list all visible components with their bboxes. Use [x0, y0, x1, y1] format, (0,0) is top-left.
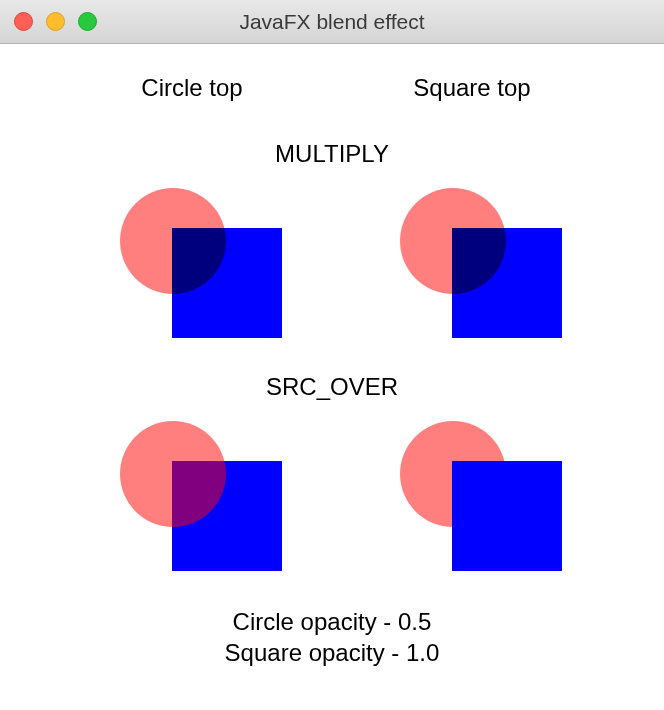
- circle-shape: [120, 188, 226, 294]
- circle-shape: [120, 421, 226, 527]
- row-srcover: [102, 421, 562, 576]
- cell-multiply-circle-top: [102, 188, 282, 343]
- content-area: Circle top Square top MULTIPLY SRC_OVER …: [0, 44, 664, 668]
- footer-line-1: Circle opacity - 0.5: [225, 606, 440, 637]
- minimize-icon[interactable]: [46, 12, 65, 31]
- cell-srcover-circle-top: [102, 421, 282, 576]
- footer-line-2: Square opacity - 1.0: [225, 637, 440, 668]
- cell-srcover-square-top: [382, 421, 562, 576]
- traffic-lights: [14, 12, 97, 31]
- section-label-multiply: MULTIPLY: [275, 140, 389, 168]
- window-title: JavaFX blend effect: [0, 10, 664, 34]
- column-header-right: Square top: [382, 74, 562, 102]
- window-titlebar: JavaFX blend effect: [0, 0, 664, 44]
- column-header-left: Circle top: [102, 74, 282, 102]
- footer-text: Circle opacity - 0.5 Square opacity - 1.…: [225, 606, 440, 668]
- square-shape: [452, 228, 562, 338]
- close-icon[interactable]: [14, 12, 33, 31]
- row-multiply: [102, 188, 562, 343]
- cell-multiply-square-top: [382, 188, 562, 343]
- section-label-srcover: SRC_OVER: [266, 373, 398, 401]
- square-shape: [452, 461, 562, 571]
- maximize-icon[interactable]: [78, 12, 97, 31]
- column-headers: Circle top Square top: [0, 74, 664, 102]
